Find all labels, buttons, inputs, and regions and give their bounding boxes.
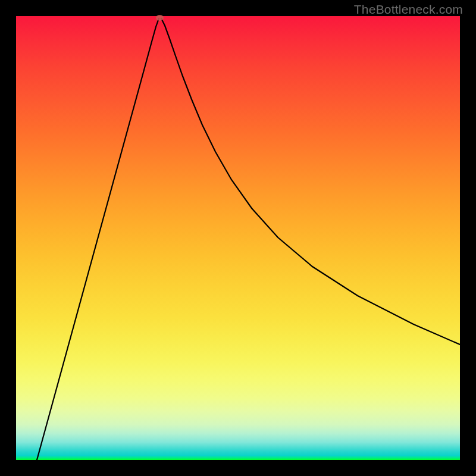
chart-curve (16, 16, 460, 460)
chart-frame: TheBottleneck.com (0, 0, 476, 476)
watermark-text: TheBottleneck.com (354, 2, 463, 17)
curve-left-branch (37, 18, 159, 460)
curve-right-branch (161, 18, 460, 345)
chart-minimum-marker (156, 15, 164, 21)
